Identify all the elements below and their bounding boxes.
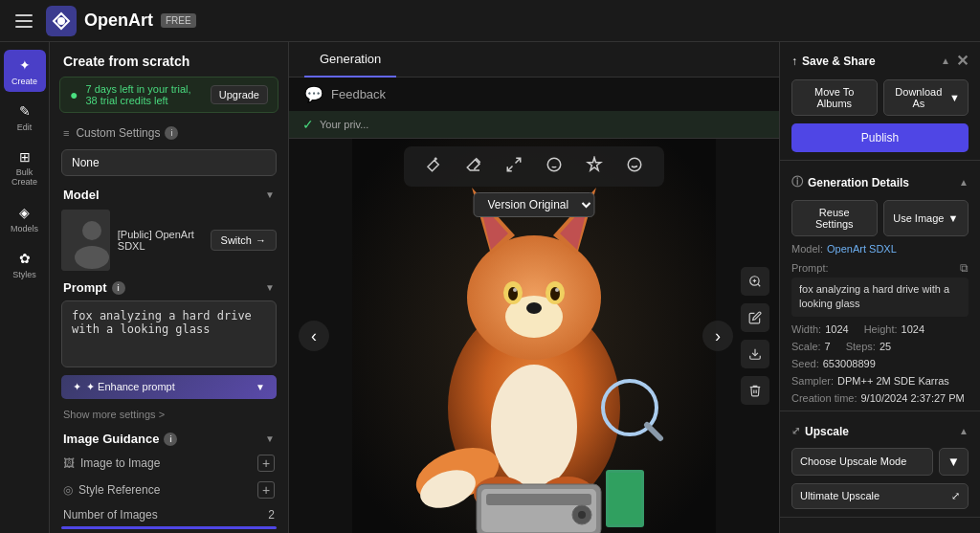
svg-point-21 [513, 288, 517, 292]
choose-upscale-button[interactable]: Choose Upscale Mode [791, 448, 933, 476]
ultimate-upscale-button[interactable]: Ultimate Upscale ⤢ [791, 483, 969, 509]
upscale-dropdown-button[interactable]: ▼ [939, 448, 969, 476]
prompt-detail-block: Prompt: ⧉ fox analyzing a hard drive wit… [780, 257, 980, 321]
version-select[interactable]: Version Original [474, 192, 595, 217]
sampler-row: Sampler: DPM++ 2M SDE Karras [780, 372, 980, 389]
custom-settings-label: Custom Settings [76, 126, 160, 140]
sidebar-item-styles-label: Styles [12, 270, 36, 279]
emoji-toolbar-button[interactable] [618, 152, 651, 181]
upgrade-button[interactable]: Upgrade [211, 85, 268, 104]
eraser-toolbar-button[interactable] [457, 152, 490, 181]
save-share-section-header: ↑ Save & Share ▲ ✕ [780, 42, 980, 76]
prompt-section: Prompt i ▼ [50, 275, 288, 297]
create-icon: ✦ [15, 56, 34, 75]
publish-button[interactable]: Publish [791, 123, 969, 152]
divider-1 [780, 160, 980, 161]
custom-settings-select[interactable]: None [61, 149, 277, 176]
variations-section-header: ⟳ Create Variations ▲ [780, 522, 980, 533]
upscale-section-header: ⤢ Upscale ▲ [780, 415, 980, 444]
svg-point-31 [578, 511, 586, 519]
svg-rect-29 [486, 494, 591, 505]
topbar: OpenArt FREE [0, 0, 980, 42]
model-thumbnail [61, 210, 110, 271]
message-icon: 💬 [304, 85, 323, 103]
num-images-slider[interactable] [61, 526, 277, 529]
feedback-label[interactable]: Feedback [331, 87, 386, 101]
style-reference-row: ◎ Style Reference + [50, 477, 288, 503]
sampler-value: DPM++ 2M SDE Karras [837, 375, 949, 387]
switch-arrow-icon: → [256, 234, 266, 246]
wand-toolbar-button[interactable] [417, 152, 450, 181]
upscale-icon: ⤢ [791, 425, 800, 437]
add-image-to-image-button[interactable]: + [257, 455, 275, 472]
model-display: [Public] OpenArt SDXL Switch → [61, 210, 277, 271]
seed-key: Seed: [791, 358, 819, 369]
enhance-toolbar-button[interactable] [578, 152, 611, 181]
choose-upscale-row: Choose Upscale Mode ▼ [780, 444, 980, 479]
models-icon: ◈ [15, 203, 34, 222]
center-content: Generation 💬 Feedback ✓ Your priv... [289, 42, 779, 533]
model-value-link[interactable]: OpenArt SDXL [827, 243, 897, 255]
sidebar-item-bulk-create[interactable]: ⊞ BulkCreate [4, 142, 46, 193]
hamburger-menu[interactable] [11, 11, 36, 32]
svg-point-1 [57, 17, 65, 25]
sidebar-item-models[interactable]: ◈ Models [4, 197, 46, 239]
zoom-button[interactable] [741, 267, 769, 296]
tab-generation[interactable]: Generation [304, 42, 396, 78]
sidebar-item-styles[interactable]: ✿ Styles [4, 243, 46, 285]
privacy-banner: ✓ Your priv... [289, 111, 779, 139]
svg-point-3 [82, 221, 101, 240]
trial-check-icon: ● [70, 87, 78, 102]
svg-line-37 [758, 284, 761, 287]
enhance-prompt-button[interactable]: ✦ ✦ Enhance prompt ▼ [61, 375, 277, 399]
trial-banner: ● 7 days left in your trial, 38 trial cr… [59, 77, 278, 113]
use-image-button[interactable]: Use Image ▼ [883, 200, 969, 236]
trial-text: 7 days left in your trial, 38 trial cred… [85, 83, 202, 106]
next-image-button[interactable]: › [702, 321, 733, 351]
svg-point-9 [491, 365, 577, 489]
edit-image-button[interactable] [741, 303, 769, 332]
generation-details-title: Generation Details [808, 176, 909, 189]
model-chevron-icon: ▼ [265, 189, 275, 200]
divider-2 [780, 411, 980, 411]
show-more-settings[interactable]: Show more settings > [50, 403, 288, 426]
download-image-button[interactable] [741, 340, 769, 368]
sidebar-item-edit[interactable]: ✎ Edit [4, 96, 46, 138]
switch-model-button[interactable]: Switch → [211, 230, 277, 251]
info-circle-icon: ⓘ [791, 174, 803, 190]
seed-value: 653008899 [823, 358, 876, 369]
upscale-title-row: ⤢ Upscale [791, 425, 849, 438]
download-as-button[interactable]: Download As ▼ [883, 79, 969, 116]
prompt-info-icon[interactable]: i [112, 281, 125, 295]
copy-prompt-icon[interactable]: ⧉ [960, 261, 969, 275]
sidebar-icons: ✦ Create ✎ Edit ⊞ BulkCreate ◈ Models ✿ … [0, 42, 50, 533]
expand-toolbar-button[interactable] [498, 152, 530, 181]
image-to-image-row: 🖼 Image to Image + [50, 450, 288, 477]
upscale-collapse-icon[interactable]: ▲ [959, 426, 969, 436]
delete-image-button[interactable] [741, 376, 769, 405]
gen-details-collapse-icon[interactable]: ▲ [959, 177, 969, 188]
upscale-title: Upscale [805, 425, 849, 438]
model-name-text: [Public] OpenArt SDXL [118, 229, 203, 252]
svg-point-6 [628, 158, 641, 171]
reuse-settings-button[interactable]: Reuse Settings [791, 200, 878, 236]
close-button[interactable]: ✕ [956, 52, 969, 70]
creation-key: Creation time: [791, 392, 857, 404]
sidebar-item-edit-label: Edit [17, 122, 33, 132]
scale-steps-row: Scale: 7 Steps: 25 [780, 338, 980, 355]
prompt-label: Prompt [63, 280, 107, 295]
move-to-albums-button[interactable]: Move To Albums [791, 79, 878, 116]
prompt-input[interactable]: fox analyzing a hard drive with a lookin… [61, 300, 277, 367]
creation-value: 9/10/2024 2:37:27 PM [860, 392, 964, 404]
add-style-reference-button[interactable]: + [257, 481, 275, 499]
prev-image-button[interactable]: ‹ [299, 321, 329, 351]
custom-settings-info-icon[interactable]: i [165, 126, 178, 140]
num-images-row: Number of Images 2 [50, 503, 288, 526]
save-share-collapse-icon[interactable]: ▲ [941, 56, 950, 66]
sidebar-item-create[interactable]: ✦ Create [4, 50, 46, 92]
style-reference-icon: ◎ [63, 483, 73, 497]
feedback-section: 💬 Feedback [289, 78, 779, 111]
create-from-scratch-title: Create from scratch [50, 42, 288, 77]
face-toolbar-button[interactable] [538, 152, 570, 181]
image-guidance-info-icon[interactable]: i [164, 433, 177, 446]
